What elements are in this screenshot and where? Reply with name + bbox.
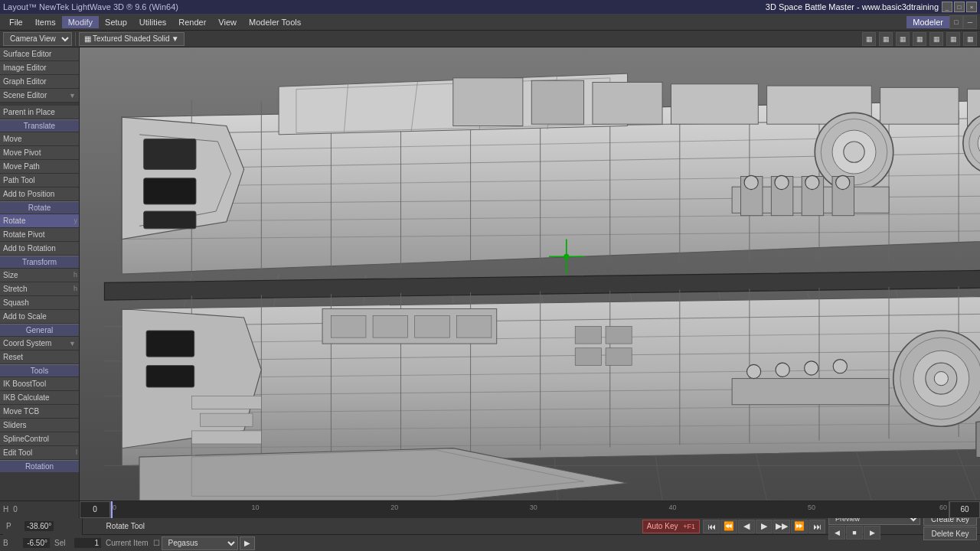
p-val: -38.60° — [24, 521, 54, 531]
delete-key-btn[interactable]: Delete Key — [923, 527, 977, 540]
sliders-btn[interactable]: Sliders — [0, 419, 79, 432]
move-path-btn[interactable]: Move Path — [0, 160, 79, 174]
skip-end-btn[interactable]: ⏭ — [808, 520, 825, 533]
prev-frame-btn[interactable]: ⏪ — [720, 520, 737, 533]
rotate-btn[interactable]: Rotatey — [0, 214, 79, 228]
svg-point-54 — [744, 175, 758, 189]
b-val: -6.50° — [23, 538, 50, 548]
tool-label: Rotate Tool — [86, 521, 147, 531]
parent-in-place-btn[interactable]: Parent in Place — [0, 106, 79, 119]
render-mode-btn[interactable]: ▦ Textured Shaded Solid ▼ — [79, 32, 185, 46]
size-btn[interactable]: Sizeh — [0, 269, 79, 282]
view-select[interactable]: Camera View — [3, 32, 72, 46]
scene-editor-btn[interactable]: Scene Editor ▼ — [0, 89, 79, 103]
svg-rect-28 — [144, 139, 196, 170]
menu-icon-2[interactable]: ─ — [963, 15, 977, 29]
toolbar-icon-1[interactable]: ▦ — [862, 32, 876, 46]
auto-key-btn[interactable]: Auto Key +F1 — [642, 520, 700, 533]
svg-rect-37 — [593, 83, 662, 125]
svg-point-99 — [564, 254, 569, 259]
move-btn[interactable]: Move — [0, 132, 79, 146]
timeline-track[interactable]: 0 10 20 30 40 50 60 — [110, 501, 949, 518]
svg-rect-91 — [191, 396, 261, 409]
reset-btn[interactable]: Reset — [0, 350, 79, 364]
svg-rect-29 — [144, 178, 196, 204]
step-back-btn[interactable]: ◀ — [738, 520, 755, 533]
preview-next-btn[interactable]: ▶ — [864, 526, 880, 540]
menu-setup[interactable]: Setup — [99, 16, 133, 28]
timeline-current-frame[interactable]: 0 — [80, 501, 110, 518]
toolbar-icon-7[interactable]: ▦ — [963, 32, 977, 46]
sel-label: Sel — [54, 539, 70, 547]
coord-system-btn[interactable]: Coord System ▼ — [0, 337, 79, 350]
svg-rect-90 — [606, 348, 632, 366]
spline-control-btn[interactable]: SplineControl — [0, 432, 79, 446]
skip-start-btn[interactable]: ⏮ — [703, 520, 720, 533]
toolbar-icon-4[interactable]: ▦ — [913, 32, 926, 46]
translate-section-header: Translate — [0, 119, 79, 132]
menu-file[interactable]: File — [3, 16, 29, 28]
svg-rect-72 — [732, 379, 889, 405]
toolbar-icon-3[interactable]: ▦ — [896, 32, 910, 46]
preview-prev-btn[interactable]: ◀ — [828, 526, 845, 540]
ikb-calculate-btn[interactable]: IKB Calculate — [0, 391, 79, 405]
graph-editor-btn[interactable]: Graph Editor — [0, 75, 79, 89]
next-frame-btn[interactable]: ⏩ — [791, 520, 808, 533]
menu-icon-1[interactable]: □ — [949, 15, 963, 29]
surface-editor-btn[interactable]: Surface Editor — [0, 47, 79, 61]
move-pivot-btn[interactable]: Move Pivot — [0, 146, 79, 160]
toolbar-icon-5[interactable]: ▦ — [929, 32, 943, 46]
add-to-position-btn[interactable]: Add to Position — [0, 187, 79, 201]
rotate-pivot-btn[interactable]: Rotate Pivot — [0, 228, 79, 242]
scene-editor-arrow: ▼ — [69, 92, 76, 99]
timeline-end-frame[interactable]: 60 — [949, 501, 980, 518]
left-sidebar: Surface Editor Image Editor Graph Editor… — [0, 47, 80, 500]
svg-rect-92 — [201, 413, 253, 426]
menu-utilities[interactable]: Utilities — [133, 16, 172, 28]
app-title: Layout™ NewTek LightWave 3D ® 9.6 (Win64… — [3, 2, 766, 11]
svg-point-73 — [746, 364, 760, 378]
svg-rect-30 — [144, 211, 196, 229]
svg-rect-70 — [146, 331, 194, 357]
path-tool-btn[interactable]: Path Tool — [0, 174, 79, 187]
window-controls[interactable]: _ □ × — [942, 2, 977, 12]
add-to-scale-btn[interactable]: Add to Scale — [0, 310, 79, 324]
svg-rect-88 — [606, 326, 632, 344]
p-label: P — [6, 522, 21, 530]
minimize-button[interactable]: _ — [942, 2, 952, 12]
svg-rect-85 — [415, 316, 450, 337]
squash-btn[interactable]: Squash — [0, 296, 79, 310]
menu-view[interactable]: View — [212, 16, 243, 28]
add-to-rotation-btn[interactable]: Add to Rotation — [0, 242, 79, 256]
svg-rect-83 — [331, 316, 366, 337]
menu-modeler-tools[interactable]: Modeler Tools — [243, 16, 307, 28]
image-editor-btn[interactable]: Image Editor — [0, 61, 79, 75]
rotation-footer: Rotation — [0, 460, 79, 472]
toolbar-icon-2[interactable]: ▦ — [879, 32, 893, 46]
svg-point-57 — [836, 175, 850, 189]
svg-rect-35 — [453, 78, 523, 126]
ik-boost-tool-btn[interactable]: IK BoostTool — [0, 377, 79, 391]
menu-render[interactable]: Render — [172, 16, 212, 28]
item-select[interactable]: Pegasus — [162, 536, 238, 550]
bottom-controls: P -38.60° Rotate Tool Auto Key +F1 ⏮ ⏪ ◀… — [0, 517, 980, 534]
toolbar-icon-6[interactable]: ▦ — [946, 32, 960, 46]
menu-items[interactable]: Items — [29, 16, 62, 28]
preview-pause-btn[interactable]: ■ — [846, 526, 863, 540]
menu-modify[interactable]: Modify — [62, 16, 99, 28]
title-bar: Layout™ NewTek LightWave 3D ® 9.6 (Win64… — [0, 0, 980, 14]
stretch-btn[interactable]: Stretchh — [0, 282, 79, 296]
main-layout: Surface Editor Image Editor Graph Editor… — [0, 47, 980, 500]
edit-tool-btn[interactable]: Edit Tooll — [0, 446, 79, 460]
current-item-label: Current Item — [106, 539, 149, 547]
viewport[interactable] — [80, 47, 980, 500]
svg-point-76 — [833, 360, 847, 373]
transform-section-header: Transform — [0, 256, 79, 269]
play-btn[interactable]: ▶ — [756, 520, 773, 533]
item-select-btn[interactable]: ▶ — [240, 536, 255, 550]
close-button[interactable]: × — [966, 2, 977, 12]
timeline-h-label: H — [3, 505, 8, 514]
step-fwd-btn[interactable]: ▶▶ — [773, 520, 790, 533]
move-tcb-btn[interactable]: Move TCB — [0, 405, 79, 419]
maximize-button[interactable]: □ — [954, 2, 965, 12]
